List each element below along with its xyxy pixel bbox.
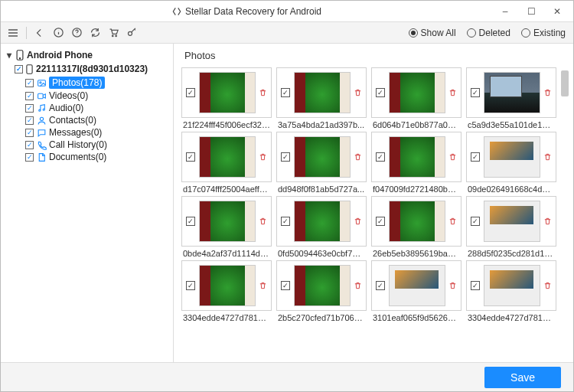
scrollbar[interactable] — [561, 70, 569, 358]
category-checkbox[interactable] — [25, 116, 34, 125]
category-checkbox[interactable] — [25, 104, 34, 113]
photo-filename: dd948f0f81ab5d727a... — [276, 182, 367, 194]
call-icon — [36, 139, 47, 150]
photo-item[interactable]: dd948f0f81ab5d727a... — [276, 132, 367, 194]
category-checkbox[interactable] — [25, 141, 34, 149]
filter-show-all[interactable]: Show All — [409, 28, 456, 38]
photo-item[interactable]: 21f224fff45f006ecf32c... — [181, 67, 272, 130]
photo-item[interactable]: 0fd50094463e0cbf7af... — [276, 196, 367, 259]
trash-icon — [259, 217, 267, 226]
photo-thumbnail[interactable] — [294, 201, 351, 242]
trash-icon — [543, 88, 552, 97]
svg-rect-10 — [38, 93, 43, 99]
photo-checkbox[interactable] — [376, 217, 385, 226]
photo-checkbox[interactable] — [281, 88, 290, 97]
filter-deleted[interactable]: Deleted — [467, 28, 510, 38]
category-label: Documents(0) — [49, 152, 106, 162]
maximize-button[interactable]: ☐ — [518, 3, 544, 20]
trash-icon — [448, 88, 457, 97]
photo-thumbnail[interactable] — [199, 136, 256, 178]
app-icon — [171, 6, 182, 17]
refresh-icon[interactable] — [87, 25, 103, 41]
tree-device[interactable]: 22111317I(8d9301d10323) — [4, 62, 170, 76]
photo-thumbnail[interactable] — [294, 265, 351, 306]
photo-filename: 3304edde4727d78185... — [181, 311, 272, 323]
photo-checkbox[interactable] — [281, 281, 290, 290]
category-checkbox[interactable] — [25, 92, 34, 100]
photo-checkbox[interactable] — [376, 281, 385, 290]
photo-thumbnail[interactable] — [484, 136, 540, 178]
photo-filename: 21f224fff45f006ecf32c... — [181, 118, 272, 130]
filter-existing[interactable]: Existing — [521, 28, 566, 38]
photo-thumbnail[interactable] — [199, 265, 256, 306]
photo-item[interactable]: d17c074fff25004aeff3... — [181, 132, 272, 194]
svg-point-2 — [112, 35, 113, 37]
key-icon[interactable] — [124, 25, 139, 41]
photo-checkbox[interactable] — [471, 88, 480, 97]
photo-item[interactable]: c5a9d3e55a101de114... — [466, 67, 556, 130]
scrollbar-thumb[interactable] — [561, 70, 569, 96]
collapse-icon[interactable]: ▾ — [5, 50, 13, 60]
photo-filename: d17c074fff25004aeff3... — [181, 182, 272, 194]
trash-icon — [354, 88, 362, 97]
photo-checkbox[interactable] — [186, 281, 195, 290]
trash-icon — [543, 217, 552, 226]
sidebar-item-call[interactable]: Call History(0) — [4, 139, 170, 151]
photo-checkbox[interactable] — [471, 152, 480, 162]
photo-checkbox[interactable] — [376, 152, 385, 162]
sidebar-item-audio[interactable]: Audio(0) — [4, 102, 170, 114]
photo-thumbnail[interactable] — [389, 72, 445, 113]
category-checkbox[interactable] — [25, 153, 34, 162]
sidebar-item-video[interactable]: Videos(0) — [4, 90, 170, 102]
photo-thumbnail[interactable] — [484, 72, 540, 113]
minimize-button[interactable]: – — [492, 3, 518, 20]
sidebar-item-contacts[interactable]: Contacts(0) — [4, 114, 170, 126]
photo-thumbnail[interactable] — [199, 201, 256, 242]
photo-item[interactable]: 3a75a4bda21ad397b... — [276, 67, 367, 130]
photo-thumbnail[interactable] — [389, 136, 445, 178]
photo-item[interactable]: f047009fd2721480b94... — [371, 132, 461, 194]
sidebar-item-photo[interactable]: Photos(178) — [4, 76, 170, 90]
photo-item[interactable]: 3304edde4727d78185... — [466, 260, 556, 323]
help-icon[interactable] — [69, 25, 84, 41]
photo-thumbnail[interactable] — [389, 201, 445, 242]
photo-checkbox[interactable] — [376, 88, 385, 97]
photo-filename: 2b5c270cfed71b7067... — [276, 311, 367, 323]
photo-checkbox[interactable] — [281, 217, 290, 226]
photo-thumbnail[interactable] — [484, 201, 540, 242]
device-checkbox[interactable] — [15, 65, 23, 74]
photo-filename: 26eb5eb3895619ba56... — [371, 247, 461, 259]
svg-point-13 — [40, 117, 43, 120]
photo-checkbox[interactable] — [471, 217, 480, 226]
photo-item[interactable]: 26eb5eb3895619ba56... — [371, 196, 461, 259]
photo-checkbox[interactable] — [186, 152, 195, 162]
photo-checkbox[interactable] — [186, 88, 195, 97]
menu-icon[interactable] — [5, 25, 21, 41]
photo-item[interactable]: 288d5f0235cd281d13... — [466, 196, 556, 259]
photo-item[interactable]: 6d064b71e0b877a039... — [371, 67, 461, 130]
sidebar-item-document[interactable]: Documents(0) — [4, 151, 170, 163]
photo-checkbox[interactable] — [186, 217, 195, 226]
save-button[interactable]: Save — [484, 367, 561, 388]
cart-icon[interactable] — [106, 25, 121, 41]
photo-thumbnail[interactable] — [199, 72, 256, 113]
sidebar-item-messages[interactable]: Messages(0) — [4, 126, 170, 139]
photo-item[interactable]: 2b5c270cfed71b7067... — [276, 260, 367, 323]
back-icon[interactable] — [32, 25, 47, 41]
info-icon[interactable] — [51, 25, 66, 41]
photo-thumbnail[interactable] — [294, 72, 351, 113]
category-checkbox[interactable] — [25, 129, 34, 137]
photo-thumbnail[interactable] — [294, 136, 351, 178]
photo-item[interactable]: 09de026491668c4d03... — [466, 132, 556, 194]
photo-item[interactable]: 3101eaf065f9d5626cb... — [371, 260, 461, 323]
close-button[interactable]: ✕ — [544, 3, 570, 20]
photo-thumbnail[interactable] — [389, 265, 445, 306]
photo-thumbnail[interactable] — [484, 265, 540, 306]
photo-item[interactable]: 0bde4a2af37d1114d3... — [181, 196, 272, 259]
category-checkbox[interactable] — [25, 79, 34, 87]
video-icon — [36, 90, 47, 101]
photo-item[interactable]: 3304edde4727d78185... — [181, 260, 272, 323]
photo-checkbox[interactable] — [471, 281, 480, 290]
tree-root[interactable]: ▾ Android Phone — [4, 48, 170, 62]
photo-checkbox[interactable] — [281, 152, 290, 162]
